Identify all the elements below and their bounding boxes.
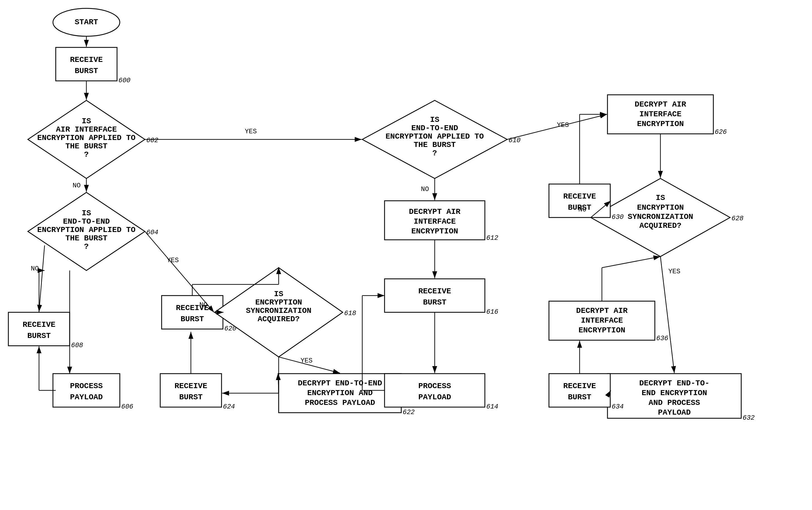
node-622-l3: PROCESS PAYLOAD: [305, 398, 375, 407]
arrow-610-no: NO: [421, 186, 429, 193]
node-608-ref: 608: [71, 342, 83, 349]
node-612-ref: 612: [486, 234, 498, 242]
node-624-l1: RECEIVE: [175, 382, 207, 390]
node-628-ref: 628: [731, 215, 744, 222]
node-610-l1: IS: [430, 115, 440, 124]
arrow-604-yes: YES: [167, 257, 179, 264]
node-614-ref: 614: [486, 403, 498, 410]
node-614-l1: PROCESS: [418, 382, 451, 390]
node-618-l3: SYNCRONIZATION: [246, 307, 311, 315]
node-600-ref: 600: [118, 77, 130, 84]
node-602-l3: ENCRYPTION APPLIED TO: [37, 134, 136, 142]
node-636-l3: ENCRYPTION: [578, 326, 625, 335]
node-610-l5: ?: [432, 149, 437, 158]
node-636-ref: 636: [656, 335, 668, 342]
node-608-l2: BURST: [27, 332, 51, 340]
node-616-l2: BURST: [423, 298, 446, 307]
node-632-l1: DECRYPT END-TO-: [639, 379, 710, 388]
node-628-l4: ACQUIRED?: [639, 221, 681, 230]
node-610-l3: ENCRYPTION APPLIED TO: [386, 132, 484, 141]
node-614-l2: PAYLOAD: [418, 393, 451, 401]
node-604-l5: ?: [84, 242, 89, 251]
node-606-ref: 606: [121, 403, 133, 410]
arrow-604-no: NO: [31, 265, 39, 273]
arrow-602-yes: YES: [245, 128, 257, 135]
node-624-ref: 624: [223, 403, 235, 410]
node-620-l2: BURST: [181, 315, 204, 323]
node-618-l4: ACQUIRED?: [258, 315, 300, 323]
node-618-l1: IS: [274, 290, 283, 299]
start-label: START: [75, 18, 98, 27]
arrow-628-no: NO: [578, 206, 587, 213]
svg-line-26: [39, 245, 44, 312]
node-604-l3: ENCRYPTION APPLIED TO: [37, 226, 136, 234]
node-602-l5: ?: [84, 150, 89, 159]
arrow-618-yes: YES: [300, 357, 312, 364]
node-612-l1: DECRYPT AIR: [409, 207, 461, 216]
node-604-l1: IS: [82, 209, 91, 218]
node-618-ref: 618: [344, 310, 356, 317]
node-606-l2: PAYLOAD: [70, 393, 103, 401]
node-616-l1: RECEIVE: [418, 287, 451, 295]
flowchart-svg: START RECEIVE BURST 600 IS AIR INTERFACE…: [0, 0, 812, 510]
svg-line-57: [602, 257, 660, 268]
node-610-l4: THE BURST: [414, 141, 456, 149]
node-604-l2: END-TO-END: [63, 217, 110, 226]
node-608-l1: RECEIVE: [23, 320, 56, 329]
node-602-ref: 602: [146, 137, 158, 144]
node-626-l1: DECRYPT AIR: [635, 100, 686, 109]
arrow-628-yes: YES: [668, 268, 680, 275]
node-602-l1: IS: [82, 117, 91, 125]
node-618-l2: ENCRYPTION: [255, 298, 302, 307]
node-628-l3: SYNCRONIZATION: [628, 213, 693, 221]
node-632-l3: AND PROCESS: [649, 398, 700, 407]
node-626-ref: 626: [715, 128, 727, 136]
node-606-l1: PROCESS: [70, 382, 103, 390]
node-636-l1: DECRYPT AIR: [576, 307, 628, 315]
node-600-line1: RECEIVE: [70, 56, 103, 64]
node-634-l1: RECEIVE: [563, 382, 596, 390]
node-628-l1: IS: [656, 194, 665, 202]
node-630-ref: 630: [612, 213, 624, 221]
node-626-l3: ENCRYPTION: [637, 120, 684, 128]
node-602-l4: THE BURST: [65, 142, 107, 150]
node-612-l3: ENCRYPTION: [411, 227, 458, 236]
node-610-l2: END-TO-END: [411, 124, 458, 133]
node-616-ref: 616: [486, 308, 498, 316]
node-602-l2: AIR INTERFACE: [56, 125, 117, 134]
node-604-l4: THE BURST: [65, 234, 107, 243]
node-628-l2: ENCRYPTION: [637, 203, 684, 212]
node-626-l2: INTERFACE: [639, 110, 681, 118]
node-636-l2: INTERFACE: [581, 316, 623, 325]
node-622-l1: DECRYPT END-TO-END: [298, 379, 382, 388]
node-600-line2: BURST: [75, 67, 98, 75]
node-634-l2: BURST: [568, 393, 591, 401]
node-612-l2: INTERFACE: [414, 217, 456, 226]
node-632-ref: 632: [743, 414, 755, 422]
arrow-610-yes: YES: [557, 121, 569, 129]
arrow-602-no: NO: [73, 182, 81, 189]
node-622-ref: 622: [403, 408, 415, 416]
arrow-618-no: NO: [200, 301, 208, 309]
node-624-l2: BURST: [179, 393, 203, 401]
node-632-l2: END ENCRYPTION: [641, 389, 707, 397]
node-634-ref: 634: [612, 403, 624, 410]
node-630-l1: RECEIVE: [563, 192, 596, 201]
node-632-l4: PAYLOAD: [658, 408, 691, 417]
